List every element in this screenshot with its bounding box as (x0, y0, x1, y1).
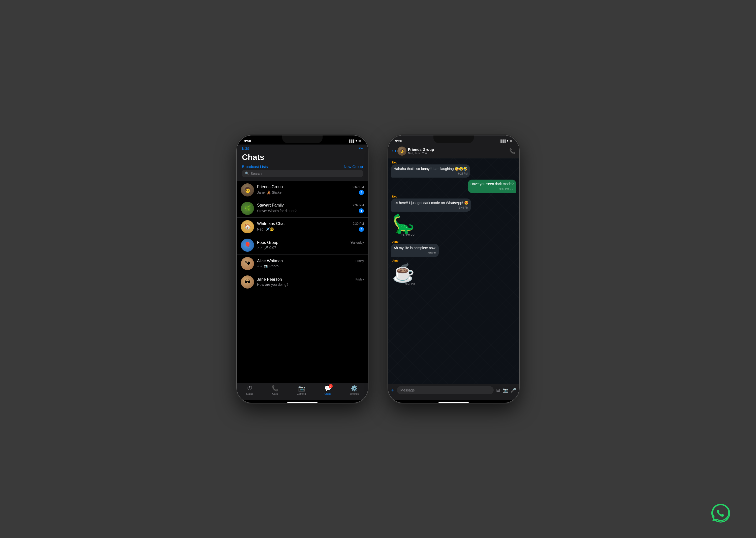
compose-button[interactable]: ✏ (358, 145, 363, 152)
chat-preview: Steve: What's for dinner? (257, 209, 297, 213)
chat-view-screen: 9:50 ▐▐▐ ▾ ▭ ‹ 3 🧑 Friends Group Ned, (388, 135, 519, 403)
avatar: 🏜 (241, 257, 254, 270)
status-bar-1: 9:50 ▐▐▐ ▾ ▭ (237, 135, 368, 144)
message-bubble: Have you seen dark mode? 9:30 PM ✓✓ (468, 180, 516, 193)
tab-status-label: Status (246, 393, 253, 395)
status-bar-2: 9:50 ▐▐▐ ▾ ▭ (388, 135, 519, 144)
group-info: Friends Group Ned, Jane, You (408, 147, 434, 155)
chats-header: Edit ✏ Chats Broadcast Lists New Group 🔍… (237, 144, 368, 181)
tab-calls[interactable]: 📞 Calls (272, 385, 278, 395)
mic-button[interactable]: 🎤 (510, 387, 516, 393)
message-item: 🦕 9:47 PM ✓✓ (391, 214, 516, 238)
message-text: It's here!! I just got dark mode on What… (394, 201, 468, 205)
battery-icon-2: ▭ (509, 139, 512, 142)
list-item[interactable]: 🌿 Stewart Family 9:39 PM Steve: What's f… (237, 199, 368, 218)
tab-chats[interactable]: 💬 3 Chats (324, 385, 331, 395)
message-time: 9:49 PM (394, 251, 436, 255)
group-members: Ned, Jane, You (408, 152, 434, 155)
phone-2: 9:50 ▐▐▐ ▾ ▭ ‹ 3 🧑 Friends Group Ned, (388, 135, 519, 403)
chat-content: Alice Whitman Friday ✓✓ 📷 Photo (257, 259, 364, 268)
chat-nav: ‹ 3 🧑 Friends Group Ned, Jane, You 📞 (388, 144, 519, 158)
list-item[interactable]: 🕶 Jane Pearson Friday How are you doing? (237, 273, 368, 291)
chats-title: Chats (242, 153, 363, 162)
calls-icon: 📞 (272, 385, 278, 392)
home-indicator-2 (439, 402, 469, 403)
add-button[interactable]: + (391, 387, 394, 394)
sticker-content: ☕ (392, 264, 415, 282)
list-item[interactable]: 🎈 Foes Group Yesterday ✓✓ 🎤 0:07 (237, 236, 368, 254)
message-placeholder: Message (401, 388, 415, 392)
back-button[interactable]: ‹ 3 (392, 148, 396, 154)
message-bubble: Ah my life is complete now. 9:49 PM (391, 243, 439, 257)
input-bar: + Message ⊞ 📷 🎤 (388, 384, 519, 400)
chat-time: 9:39 PM (353, 203, 364, 207)
chat-name: Friends Group (257, 185, 283, 189)
chat-time: 9:50 PM (353, 185, 364, 189)
search-icon: 🔍 (245, 172, 249, 175)
avatar: 🌿 (241, 202, 254, 215)
chat-time: Friday (355, 259, 364, 263)
search-bar[interactable]: 🔍 Search (242, 170, 363, 177)
message-item: Jane ☕ 9:50 PM (391, 259, 516, 287)
chat-preview: ✓✓ 🎤 0:07 (257, 246, 276, 250)
unread-badge: 4 (359, 190, 364, 195)
message-time: 9:46 PM (394, 206, 468, 210)
group-name: Friends Group (408, 147, 434, 152)
chat-list: 🧑 Friends Group 9:50 PM Jane: 🧸 Sticker … (237, 181, 368, 383)
status-icons-2: ▐▐▐ ▾ ▭ (500, 139, 512, 142)
status-icons-1: ▐▐▐ ▾ ▭ (349, 139, 361, 142)
avatar: 🏠 (241, 220, 254, 233)
search-placeholder: Search (251, 172, 261, 176)
camera-message-button[interactable]: 📷 (502, 387, 508, 393)
attach-button[interactable]: ⊞ (496, 387, 500, 393)
messages-area: Ned Hahaha that's so funny!! I am laughi… (388, 158, 519, 384)
message-sender: Ned (391, 161, 398, 164)
chat-time: Yesterday (351, 241, 364, 244)
tab-bar: ⏱ Status 📞 Calls 📷 Camera 💬 3 (237, 383, 368, 400)
signal-icon-2: ▐▐▐ (500, 139, 505, 142)
list-item[interactable]: 🧑 Friends Group 9:50 PM Jane: 🧸 Sticker … (237, 181, 368, 199)
tab-settings[interactable]: ⚙️ Settings (350, 385, 358, 395)
chat-name: Jane Pearson (257, 277, 282, 282)
message-item: Ned It's here!! I just got dark mode on … (391, 195, 516, 212)
message-time: 9:50 PM (392, 283, 415, 286)
tab-status[interactable]: ⏱ Status (246, 385, 253, 395)
chat-time: Friday (355, 278, 364, 281)
settings-icon: ⚙️ (351, 385, 357, 392)
sticker-bubble: ☕ 9:50 PM (391, 263, 416, 287)
new-group-button[interactable]: New Group (344, 164, 363, 169)
signal-icon: ▐▐▐ (349, 139, 354, 142)
list-item[interactable]: 🏜 Alice Whitman Friday ✓✓ 📷 Photo (237, 254, 368, 273)
call-button[interactable]: 📞 (509, 148, 516, 154)
message-time: 9:47 PM ✓✓ (392, 234, 415, 237)
message-item: Have you seen dark mode? 9:30 PM ✓✓ (391, 180, 516, 193)
camera-icon: 📷 (298, 385, 305, 392)
avatar: 🧑 (241, 184, 254, 196)
chat-time: 9:30 PM (353, 222, 364, 226)
message-text: Ah my life is complete now. (394, 246, 436, 250)
tab-camera-label: Camera (297, 393, 306, 395)
broadcast-lists-button[interactable]: Broadcast Lists (242, 164, 268, 169)
battery-icon: ▭ (358, 139, 361, 142)
message-text: Hahaha that's so funny!! I am laughing 🤣… (394, 167, 467, 171)
chats-screen: 9:50 ▐▐▐ ▾ ▭ Edit ✏ Chats Broadcast (237, 135, 368, 403)
sticker-content: 🦕 (392, 215, 415, 233)
chat-preview: ✓✓ 📷 Photo (257, 264, 278, 268)
back-count: 3 (394, 149, 396, 153)
unread-badge: 3 (359, 227, 364, 232)
chat-preview: Jane: 🧸 Sticker (257, 190, 283, 194)
chat-name: Whitmans Chat (257, 221, 285, 226)
time-1: 9:50 (244, 139, 251, 143)
message-input[interactable]: Message (397, 386, 494, 394)
message-time: 9:30 PM ✓✓ (470, 188, 514, 191)
avatar: 🕶 (241, 275, 254, 289)
tab-chats-label: Chats (324, 393, 331, 395)
edit-button[interactable]: Edit (242, 146, 249, 151)
list-item[interactable]: 🏠 Whitmans Chat 9:30 PM Ned: ✈️😎 3 (237, 218, 368, 236)
chat-name: Alice Whitman (257, 259, 283, 263)
chat-content: Foes Group Yesterday ✓✓ 🎤 0:07 (257, 241, 364, 250)
tab-camera[interactable]: 📷 Camera (297, 385, 306, 395)
phone-1: 9:50 ▐▐▐ ▾ ▭ Edit ✏ Chats Broadcast (237, 135, 368, 403)
chat-content: Stewart Family 9:39 PM Steve: What's for… (257, 203, 364, 213)
chat-content: Friends Group 9:50 PM Jane: 🧸 Sticker 4 (257, 185, 364, 195)
